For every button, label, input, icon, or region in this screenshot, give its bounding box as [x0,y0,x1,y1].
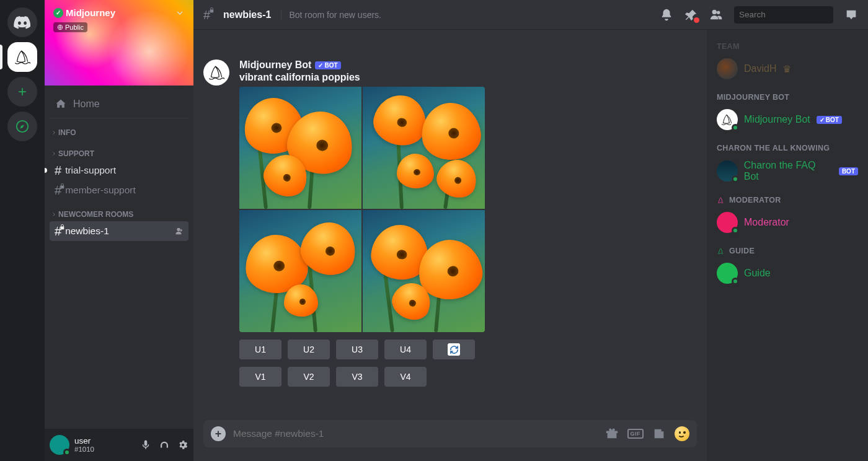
role-header-midjourney-bot: MIDJOURNEY BOT [717,93,861,102]
server-header-button[interactable]: ✓ Midjourney [45,0,193,25]
server-midjourney-button[interactable] [7,42,37,72]
image-quadrant-3 [239,210,361,332]
upscale-button-row: U1 U2 U3 U4 [239,340,697,359]
channel-topic[interactable]: Bot room for new users. [281,10,381,20]
home-link[interactable]: Home [50,90,188,118]
hash-lock-icon: # [55,184,61,196]
message-composer[interactable]: + GIF [203,420,697,447]
user-settings-button[interactable] [177,439,188,450]
members-panel[interactable]: TEAM DavidH ♛ MIDJOURNEY BOT Midjourney … [707,30,868,461]
composer-area: + GIF [193,420,707,461]
pinned-messages-button[interactable] [684,8,698,22]
u4-button[interactable]: U4 [384,340,427,359]
member-list-toggle[interactable] [709,8,723,22]
bot-badge: ✓ BOT [817,116,842,124]
member-davidh[interactable]: DavidH ♛ [714,56,861,82]
avatar [717,109,738,130]
u2-button[interactable]: U2 [288,340,330,359]
user-panel: user #1010 [45,429,193,461]
plus-icon: + [18,83,27,100]
notifications-button[interactable] [660,8,673,22]
search-box[interactable] [734,6,833,24]
mute-mic-button[interactable] [140,439,151,450]
avatar [717,263,738,284]
channel-member-support[interactable]: # member-support [50,180,188,200]
role-header-team: TEAM [717,42,861,51]
channel-sidebar: ✓ Midjourney Public Home INFO SUPPORT # … [45,0,193,461]
message-input[interactable] [233,428,598,439]
v4-button[interactable]: V4 [384,367,427,387]
category-support[interactable]: SUPPORT [50,139,188,160]
main-area: # newbies-1 Bot room for new users. Mid [193,0,868,461]
bot-badge: ✓ BOT [315,61,340,69]
message-content: vibrant california poppies [239,72,697,83]
member-moderator[interactable]: Moderator [714,209,861,235]
bot-badge: BOT [839,167,858,175]
server-name-label: Midjourney [66,7,115,18]
emoji-picker-button[interactable] [675,426,689,441]
hash-icon: # [55,164,61,177]
avatar [717,160,738,182]
sticker-button[interactable] [652,427,666,441]
gift-button[interactable] [605,427,619,441]
message: Midjourney Bot ✓ BOT vibrant california … [203,59,697,387]
generated-image-grid[interactable] [239,87,485,332]
search-input[interactable] [739,10,844,19]
channel-trial-support[interactable]: # trial-support [50,160,188,180]
u3-button[interactable]: U3 [336,340,378,359]
verified-badge-icon: ✓ [53,8,63,18]
attach-button[interactable]: + [211,426,226,441]
author-avatar[interactable] [203,59,229,86]
channel-name-label: newbies-1 [223,9,271,20]
member-midjourney-bot[interactable]: Midjourney Bot ✓ BOT [714,107,861,133]
reroll-button[interactable] [433,340,475,359]
image-quadrant-4 [363,210,485,332]
image-quadrant-1 [239,87,361,209]
hash-lock-icon: # [55,225,61,237]
author-name[interactable]: Midjourney Bot [239,59,311,71]
member-charon[interactable]: Charon the FAQ Bot BOT [714,157,861,185]
self-name-button[interactable]: user #1010 [74,436,94,454]
refresh-icon [448,343,460,356]
u1-button[interactable]: U1 [239,340,281,359]
role-icon [717,196,725,204]
gif-button[interactable]: GIF [627,429,644,439]
public-badge: Public [53,22,87,32]
threads-button[interactable] [635,8,649,22]
midjourney-bot-avatar-icon [206,62,227,83]
avatar [717,212,738,233]
v2-button[interactable]: V2 [288,367,330,387]
deafen-button[interactable] [159,439,170,450]
crown-icon: ♛ [782,63,791,75]
midjourney-server-icon [12,46,33,68]
status-online-icon [63,449,71,456]
server-bar: + [0,0,45,461]
pin-notification-dot [694,17,699,23]
channel-topbar: # newbies-1 Bot room for new users. [193,0,868,30]
image-quadrant-2 [363,87,485,209]
home-label: Home [73,99,100,110]
role-header-moderator: MODERATOR [717,196,861,204]
role-icon [717,247,725,255]
channel-newbies-1[interactable]: # newbies-1 [50,221,188,241]
category-newcomer[interactable]: NEWCOMER ROOMS [50,200,188,221]
discord-home-button[interactable] [7,7,37,37]
self-avatar[interactable] [50,435,69,455]
explore-servers-button[interactable] [7,112,37,141]
create-invite-icon[interactable] [174,226,184,236]
category-info[interactable]: INFO [50,118,188,139]
home-icon [55,98,67,110]
role-header-guide: GUIDE [717,247,861,255]
v1-button[interactable]: V1 [239,367,281,387]
chevron-down-icon [175,8,185,18]
discord-logo-icon [14,15,31,29]
member-guide[interactable]: Guide [714,260,861,286]
inbox-button[interactable] [844,8,858,22]
add-server-button[interactable]: + [7,77,37,107]
message-scroll-area[interactable]: Midjourney Bot ✓ BOT vibrant california … [193,30,707,420]
channel-list[interactable]: Home INFO SUPPORT # trial-support # memb… [45,86,193,429]
role-header-charon: CHARON THE ALL KNOWING [717,144,861,152]
avatar [717,58,738,79]
v3-button[interactable]: V3 [336,367,378,387]
hash-lock-icon: # [203,9,210,21]
